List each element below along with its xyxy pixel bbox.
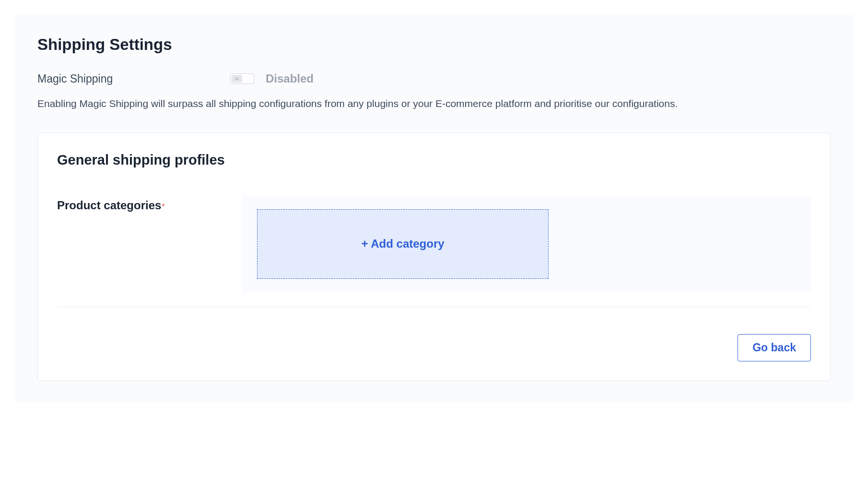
magic-shipping-label: Magic Shipping	[37, 72, 230, 85]
required-indicator: *	[162, 203, 164, 211]
product-categories-row: Product categories* + Add category	[57, 196, 811, 292]
magic-shipping-toggle[interactable]	[230, 73, 254, 84]
card-title: General shipping profiles	[57, 152, 811, 168]
magic-shipping-description: Enabling Magic Shipping will surpass all…	[37, 96, 831, 111]
product-categories-content: + Add category	[242, 196, 811, 292]
page-title: Shipping Settings	[37, 36, 831, 54]
toggle-handle-icon	[232, 75, 242, 83]
magic-shipping-status: Disabled	[266, 72, 314, 85]
add-category-button[interactable]: + Add category	[257, 209, 549, 279]
card-footer: Go back	[57, 334, 811, 361]
section-divider	[57, 307, 811, 307]
shipping-profiles-card: General shipping profiles Product catego…	[37, 132, 831, 381]
go-back-button[interactable]: Go back	[738, 334, 811, 361]
product-categories-label: Product categories	[57, 199, 161, 212]
product-categories-label-wrap: Product categories*	[57, 196, 242, 212]
settings-page: Shipping Settings Magic Shipping Disable…	[14, 14, 854, 402]
add-category-label: + Add category	[361, 237, 444, 251]
magic-shipping-row: Magic Shipping Disabled	[37, 72, 831, 85]
